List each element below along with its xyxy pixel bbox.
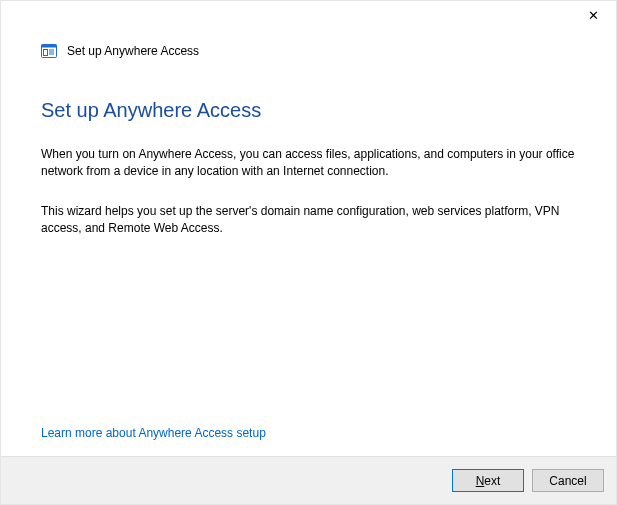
learn-more-link[interactable]: Learn more about Anywhere Access setup [41,426,266,440]
titlebar: ✕ [1,1,616,33]
header-row: Set up Anywhere Access [1,33,616,59]
content-area: Set up Anywhere Access When you turn on … [1,59,616,456]
header-title: Set up Anywhere Access [67,44,199,58]
intro-paragraph-2: This wizard helps you set up the server'… [41,203,576,238]
link-row: Learn more about Anywhere Access setup [41,426,576,456]
svg-rect-1 [42,45,57,48]
close-icon: ✕ [588,9,599,22]
footer-bar: Next Cancel [1,456,616,504]
page-heading: Set up Anywhere Access [41,99,576,122]
next-button[interactable]: Next [452,469,524,492]
cancel-button[interactable]: Cancel [532,469,604,492]
close-button[interactable]: ✕ [571,1,616,29]
anywhere-access-icon [41,43,57,59]
next-rest: ext [484,474,500,488]
wizard-window: ✕ Set up Anywhere Access Set up Anywhere… [0,0,617,505]
svg-rect-2 [44,50,48,56]
intro-paragraph-1: When you turn on Anywhere Access, you ca… [41,146,576,181]
